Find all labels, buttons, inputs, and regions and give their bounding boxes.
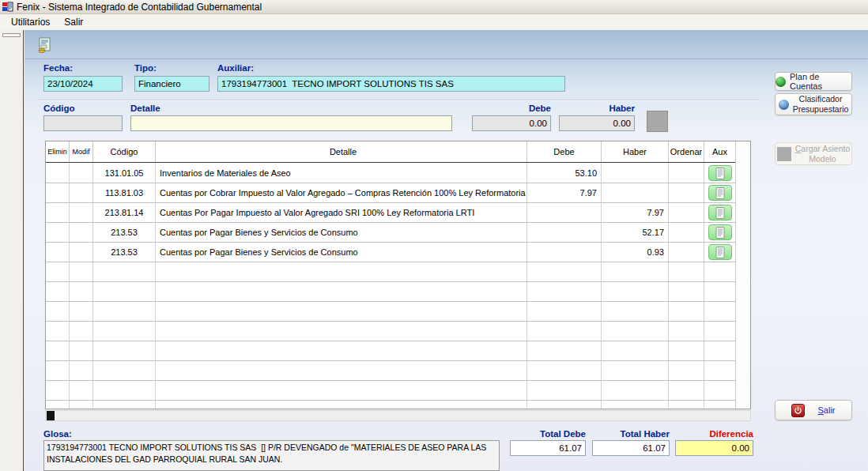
cell-aux bbox=[704, 361, 736, 380]
cell-codigo bbox=[93, 322, 156, 341]
clasificador-presupuestario-button[interactable]: Clasificador Presupuestario bbox=[775, 93, 852, 115]
horizontal-scrollbar-thumb[interactable] bbox=[47, 411, 55, 420]
cell-ordenar bbox=[669, 243, 704, 262]
cell-ordenar bbox=[669, 164, 704, 183]
cell-codigo: 131.01.05 bbox=[93, 164, 156, 183]
toolbar bbox=[25, 30, 868, 59]
separator-line bbox=[38, 100, 759, 101]
table-row-empty[interactable] bbox=[46, 282, 736, 302]
cell-ordenar bbox=[669, 203, 704, 222]
cell-codigo: 213.53 bbox=[93, 243, 156, 262]
cell-elimin bbox=[46, 243, 70, 262]
cell-haber bbox=[602, 183, 669, 202]
cell-debe bbox=[527, 282, 602, 301]
auxiliar-input[interactable] bbox=[217, 76, 565, 92]
salir-button[interactable]: Salir bbox=[775, 400, 852, 420]
fecha-input[interactable] bbox=[43, 76, 123, 92]
document-coins-button[interactable] bbox=[35, 35, 55, 55]
app-icon bbox=[2, 2, 13, 13]
horizontal-scrollbar[interactable] bbox=[45, 410, 751, 421]
cell-debe bbox=[527, 341, 602, 360]
table-row-empty[interactable] bbox=[46, 262, 736, 282]
cell-detalle bbox=[156, 322, 527, 341]
menu-bar: Utilitarios Salir bbox=[0, 14, 868, 30]
table-row[interactable]: 213.81.14Cuentas Por Pagar Impuesto al V… bbox=[46, 203, 736, 223]
cell-debe bbox=[527, 381, 602, 400]
cell-modif bbox=[70, 322, 93, 341]
cell-elimin bbox=[46, 341, 70, 360]
plan-de-cuentas-button[interactable]: Plan de Cuentas bbox=[775, 72, 852, 91]
aux-document-icon bbox=[715, 207, 725, 219]
gray-square-icon bbox=[777, 147, 791, 161]
cell-modif bbox=[70, 223, 93, 242]
cell-debe bbox=[527, 322, 602, 341]
cell-modif bbox=[70, 282, 93, 301]
cell-elimin bbox=[46, 183, 70, 202]
left-panel bbox=[0, 30, 24, 471]
glosa-textarea[interactable]: 1793194773001 TECNO IMPORT SOLUTIONS TIS… bbox=[43, 440, 500, 471]
panel-grip-handle[interactable] bbox=[2, 33, 21, 37]
cell-detalle bbox=[156, 361, 527, 380]
table-row-empty[interactable] bbox=[46, 401, 736, 409]
detalle-label: Detalle bbox=[130, 104, 160, 113]
cell-codigo: 213.81.14 bbox=[93, 203, 156, 222]
cell-codigo bbox=[93, 262, 156, 281]
cell-haber bbox=[602, 381, 669, 400]
cell-ordenar bbox=[669, 361, 704, 380]
cell-debe: 53.10 bbox=[527, 164, 602, 183]
cell-haber: 52.17 bbox=[602, 223, 669, 242]
clasificador-label: Clasificador Presupuestario bbox=[793, 94, 849, 114]
aux-document-icon bbox=[715, 227, 725, 239]
gray-square-button[interactable] bbox=[647, 111, 668, 132]
cell-ordenar bbox=[669, 282, 704, 301]
cell-codigo bbox=[93, 341, 156, 360]
tipo-label: Tipo: bbox=[134, 63, 157, 73]
cell-codigo: 113.81.03 bbox=[93, 183, 156, 202]
cell-aux bbox=[704, 381, 736, 400]
table-row-empty[interactable] bbox=[46, 381, 736, 401]
menu-salir[interactable]: Salir bbox=[58, 15, 89, 29]
cell-aux bbox=[704, 243, 736, 262]
codigo-input[interactable] bbox=[43, 115, 123, 131]
table-row-empty[interactable] bbox=[46, 322, 736, 341]
table-row[interactable]: 213.53Cuentas por Pagar Bienes y Servici… bbox=[46, 223, 736, 243]
table-row[interactable]: 213.53Cuentas por Pagar Bienes y Servici… bbox=[46, 243, 736, 262]
detalle-input[interactable] bbox=[130, 115, 452, 131]
aux-document-icon bbox=[715, 187, 725, 199]
table-row-empty[interactable] bbox=[46, 361, 736, 381]
column-header-ordenar: Ordenar bbox=[669, 141, 704, 162]
aux-button[interactable] bbox=[708, 224, 732, 240]
journal-table-body: 131.01.05Inventarios de Materiales de As… bbox=[46, 164, 736, 409]
cargar-asiento-modelo-button[interactable]: Cargar Asiento Modelo bbox=[775, 142, 852, 165]
cell-detalle bbox=[156, 302, 527, 321]
total-debe-label: Total Debe bbox=[510, 429, 586, 439]
cell-elimin bbox=[46, 302, 70, 321]
column-header-elimin: Elimin bbox=[46, 141, 70, 162]
table-row-empty[interactable] bbox=[46, 302, 736, 322]
table-row[interactable]: 131.01.05Inventarios de Materiales de As… bbox=[46, 164, 736, 183]
cell-ordenar bbox=[669, 322, 704, 341]
aux-button[interactable] bbox=[708, 244, 732, 260]
aux-button[interactable] bbox=[708, 165, 732, 181]
cell-ordenar bbox=[669, 341, 704, 360]
cell-debe bbox=[527, 243, 602, 262]
tipo-input[interactable] bbox=[134, 76, 209, 92]
table-row-empty[interactable] bbox=[46, 341, 736, 361]
column-header-codigo: Código bbox=[93, 141, 156, 162]
cell-codigo bbox=[93, 302, 156, 321]
cell-haber bbox=[602, 164, 669, 183]
aux-button[interactable] bbox=[708, 185, 732, 201]
haber-input[interactable] bbox=[559, 115, 635, 131]
cell-detalle bbox=[156, 282, 527, 301]
debe-input[interactable] bbox=[472, 115, 551, 131]
diferencia-field bbox=[675, 440, 753, 456]
menu-utilitarios[interactable]: Utilitarios bbox=[5, 15, 56, 29]
column-header-aux: Aux bbox=[704, 141, 736, 162]
aux-button[interactable] bbox=[708, 205, 732, 220]
glosa-label: Glosa: bbox=[43, 429, 72, 439]
cell-haber bbox=[602, 322, 669, 341]
cell-elimin bbox=[46, 361, 70, 380]
vertical-scrollbar[interactable] bbox=[735, 141, 750, 409]
table-row[interactable]: 113.81.03Cuentas por Cobrar Impuesto al … bbox=[46, 183, 736, 203]
cell-codigo bbox=[93, 381, 156, 400]
